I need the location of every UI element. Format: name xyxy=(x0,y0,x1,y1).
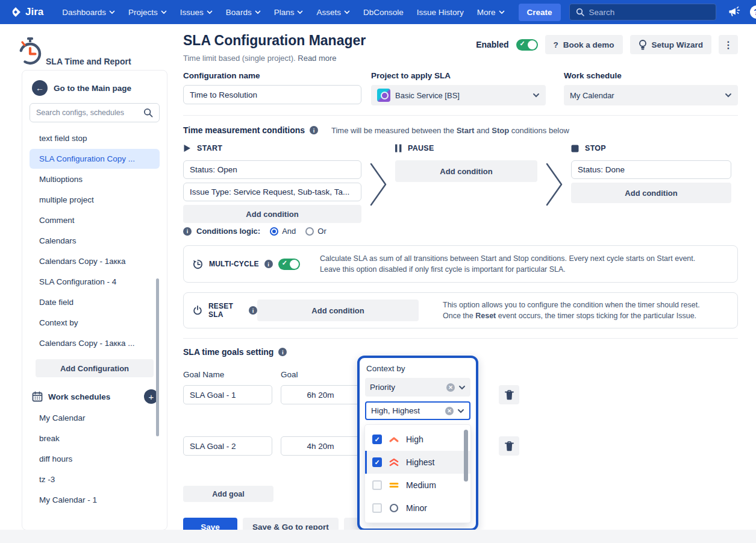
checkbox-checked[interactable]: ✓ xyxy=(372,435,382,444)
option-medium[interactable]: Medium xyxy=(365,474,470,497)
config-item[interactable]: multiple project xyxy=(30,190,160,210)
checkbox-unchecked[interactable] xyxy=(372,503,382,513)
nav-dashboards[interactable]: Dashboards xyxy=(57,4,120,20)
checkbox-unchecked[interactable] xyxy=(372,480,382,490)
config-item[interactable]: Calendars xyxy=(30,231,160,251)
checkbox-checked[interactable]: ✓ xyxy=(372,457,382,467)
radio-or[interactable] xyxy=(305,227,314,236)
option-minor[interactable]: Minor xyxy=(365,497,470,519)
nav-more[interactable]: More xyxy=(472,4,510,20)
info-icon[interactable]: i xyxy=(183,227,192,236)
pause-add-condition-button[interactable]: Add condition xyxy=(395,160,537,182)
help-icon[interactable]: ? xyxy=(750,5,756,19)
config-item[interactable]: Comment xyxy=(30,210,160,230)
context-values-select[interactable]: High, Highest ✕ xyxy=(365,401,470,420)
multi-cycle-toggle[interactable]: ✓ xyxy=(278,259,300,270)
config-item[interactable]: Calendars Copy - 1акка ... xyxy=(30,333,160,353)
search-icon xyxy=(576,8,584,16)
sidebar-search-input[interactable] xyxy=(36,108,140,117)
delete-goal-button[interactable] xyxy=(499,385,519,404)
goal-name-input[interactable] xyxy=(183,385,272,404)
schedule-item[interactable]: break xyxy=(30,428,160,448)
option-highest[interactable]: ✓ Highest xyxy=(365,451,470,474)
stop-label: STOP xyxy=(585,144,606,152)
big-chevron-right-icon xyxy=(368,162,389,207)
priority-minor-icon xyxy=(389,503,399,513)
announcement-icon[interactable] xyxy=(728,6,742,18)
app-title: SLA Time and Report xyxy=(46,57,131,67)
info-icon[interactable]: i xyxy=(249,306,257,315)
info-icon[interactable]: i xyxy=(264,260,273,268)
add-configuration-button[interactable]: Add Configuration xyxy=(36,359,154,377)
goal-time-input[interactable] xyxy=(281,385,360,404)
chevron-down-icon xyxy=(297,10,303,14)
clear-icon[interactable]: ✕ xyxy=(445,407,454,415)
nav-issues[interactable]: Issues xyxy=(175,4,218,20)
flow-chevron-separator xyxy=(537,143,571,236)
clear-icon[interactable]: ✕ xyxy=(446,383,455,392)
pause-label: PAUSE xyxy=(408,144,434,152)
start-condition-chip[interactable]: Status: Open xyxy=(183,160,361,179)
read-more-link[interactable]: Read more xyxy=(298,54,336,63)
sidebar-search[interactable] xyxy=(30,103,160,122)
create-button[interactable]: Create xyxy=(519,4,561,21)
goal-time-input[interactable] xyxy=(281,436,360,456)
add-goal-button[interactable]: Add goal xyxy=(183,486,273,502)
stop-condition-chip[interactable]: Status: Done xyxy=(571,160,731,179)
sidebar-panel: ← Go to the Main page text field stop SL… xyxy=(22,70,167,530)
config-item[interactable]: SLA Configuration - 4 xyxy=(30,272,160,292)
radio-and[interactable] xyxy=(270,227,278,236)
schedule-item[interactable]: My Calendar - 1 xyxy=(30,490,160,510)
conditions-logic-label: Conditions logic: xyxy=(196,227,260,236)
info-icon[interactable]: i xyxy=(278,348,287,356)
global-search[interactable] xyxy=(569,4,716,20)
config-item[interactable]: Date field xyxy=(30,292,160,312)
config-item-selected[interactable]: SLA Configuration Copy ... xyxy=(30,149,160,169)
reset-add-condition-button[interactable]: Add condition xyxy=(257,300,419,321)
start-add-condition-button[interactable]: Add condition xyxy=(183,205,361,223)
global-search-input[interactable] xyxy=(589,8,710,17)
back-to-main-link[interactable]: ← Go to the Main page xyxy=(30,79,160,103)
power-reset-icon xyxy=(192,305,203,316)
context-field-select[interactable]: Priority ✕ xyxy=(365,378,470,397)
schedule-item[interactable]: My Calendar xyxy=(30,408,160,428)
app-logo: SLA Time and Report xyxy=(0,24,175,67)
jira-brand[interactable]: Jira xyxy=(10,6,43,18)
question-icon: ? xyxy=(554,40,558,49)
reset-sla-label: RESET SLA xyxy=(208,302,243,319)
goal-name-input[interactable] xyxy=(183,436,272,456)
stop-add-condition-button[interactable]: Add condition xyxy=(571,183,731,203)
delete-goal-button[interactable] xyxy=(499,436,519,456)
config-item[interactable]: Context by xyxy=(30,313,160,333)
schedule-item[interactable]: tz -3 xyxy=(30,469,160,489)
nav-assets[interactable]: Assets xyxy=(311,4,355,20)
nav-projects[interactable]: Projects xyxy=(123,4,172,20)
logic-and-option[interactable]: And xyxy=(270,227,296,236)
logic-or-option[interactable]: Or xyxy=(305,227,326,236)
dropdown-scrollbar[interactable] xyxy=(464,430,468,482)
check-icon: ✓ xyxy=(520,40,525,48)
config-name-input[interactable] xyxy=(183,85,361,104)
book-demo-button[interactable]: ? Book a demo xyxy=(545,35,623,54)
sidebar-scrollbar[interactable] xyxy=(156,278,159,436)
more-options-kebab-button[interactable]: ⋮ xyxy=(719,35,738,54)
enabled-toggle[interactable]: ✓ xyxy=(516,39,538,51)
nav-dbconsole[interactable]: DbConsole xyxy=(358,4,409,20)
project-select[interactable]: Basic Service [BS] xyxy=(371,85,546,105)
config-list: text field stop SLA Configuration Copy .… xyxy=(30,128,160,353)
priority-high-icon xyxy=(389,436,399,443)
work-schedule-select[interactable]: My Calendar xyxy=(564,85,738,105)
info-icon[interactable]: i xyxy=(310,126,318,134)
option-high[interactable]: ✓ High xyxy=(365,428,470,451)
config-item[interactable]: Calendars Copy - 1акка xyxy=(30,251,160,271)
sidebar: SLA Time and Report ← Go to the Main pag… xyxy=(0,24,175,543)
goal-name-column-label: Goal Name xyxy=(183,370,272,379)
config-item[interactable]: Multioptions xyxy=(30,169,160,189)
config-item[interactable]: text field stop xyxy=(30,128,160,148)
nav-issue-history[interactable]: Issue History xyxy=(411,4,469,20)
start-condition-chip[interactable]: Issue Type: Service Request, Sub-task, T… xyxy=(183,183,361,201)
nav-boards[interactable]: Boards xyxy=(220,4,266,20)
setup-wizard-button[interactable]: Setup Wizard xyxy=(630,35,711,54)
nav-plans[interactable]: Plans xyxy=(269,4,309,20)
schedule-item[interactable]: diff hours xyxy=(30,449,160,469)
